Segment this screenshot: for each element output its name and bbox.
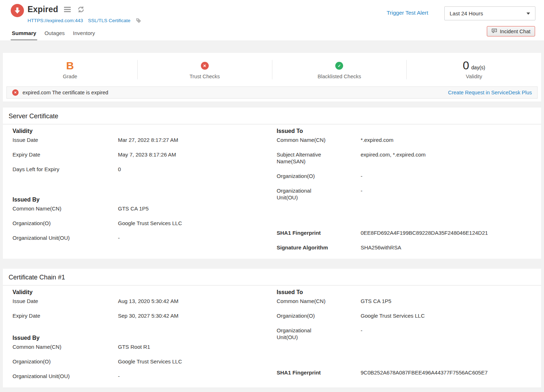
field-label: Organization(O) [13, 220, 118, 227]
field-value: - [361, 187, 362, 201]
tag-icon[interactable] [135, 18, 142, 24]
field-row: Common Name(CN) *.expired.com [277, 137, 534, 143]
issued-to-group: Issued To Common Name(CN) *.expired.com … [277, 127, 534, 201]
field-value: - [361, 173, 362, 179]
blacklisted-checks-label: Blacklisted Checks [272, 74, 407, 79]
field-row: Organizational Unit(OU) - [277, 327, 534, 341]
field-label: Days Left for Expiry [13, 166, 118, 173]
validity-group: Validity Issue Date Aug 13, 2020 5:30:42… [13, 288, 270, 319]
field-row: Organizational Unit(OU) - [277, 187, 534, 201]
field-label: Organization(O) [277, 173, 361, 179]
validity-unit: day(s) [471, 65, 485, 70]
field-value: - [118, 373, 120, 379]
issued-by-group: Issued By Common Name(CN) GTS Root R1 Or… [13, 334, 270, 379]
field-label: Subject Alternative Name(SAN) [277, 151, 361, 165]
field-row: Expiry Date Sep 30, 2027 5:30:42 AM [13, 312, 270, 319]
field-row: Days Left for Expiry 0 [13, 166, 270, 173]
monitor-type-link[interactable]: SSL/TLS Certificate [88, 18, 130, 23]
issued-by-group: Issued By Common Name(CN) GTS CA 1P5 Org… [13, 196, 270, 241]
chain-right-column: Issued To Common Name(CN) GTS CA 1P5 Org… [270, 288, 534, 387]
field-row: Signature Algorithm SHA256withRSA [277, 244, 534, 251]
validity-status: 0 day(s) Validity [407, 60, 541, 79]
issued-to-group: Issued To Common Name(CN) GTS CA 1P5 Org… [277, 288, 534, 341]
blacklisted-checks-status: ✓ Blacklisted Checks [272, 60, 407, 79]
field-label: Organization(O) [277, 312, 361, 319]
tab-summary[interactable]: Summary [11, 30, 37, 40]
server-cert-left-column: Validity Issue Date Mar 27, 2022 8:17:27… [13, 127, 270, 259]
header: Expired HTTPS://expired.com:443 SSL/TLS … [0, 0, 544, 40]
field-row: SHA1 Fingerprint 9C0B252A678A087FBEE496A… [277, 369, 534, 376]
field-value: 0 [118, 166, 121, 173]
tab-outages[interactable]: Outages [43, 30, 66, 40]
field-row: Issue Date Mar 27, 2022 8:17:27 AM [13, 137, 270, 143]
trust-checks-status: ✕ Trust Checks [138, 60, 272, 79]
monitor-detail-page: Expired HTTPS://expired.com:443 SSL/TLS … [0, 0, 544, 392]
field-label: Signature Algorithm [277, 244, 361, 251]
field-row: Organization(O) Google Trust Services LL… [13, 220, 270, 227]
incident-chat-label: Incident Chat [500, 29, 530, 34]
error-icon: ✕ [201, 62, 209, 70]
field-row: Organization(O) Google Trust Services LL… [13, 358, 270, 365]
validity-group: Validity Issue Date Mar 27, 2022 8:17:27… [13, 127, 270, 173]
caret-down-icon [526, 13, 530, 15]
tab-inventory[interactable]: Inventory [72, 30, 96, 40]
grade-label: Grade [3, 74, 137, 79]
field-row: Organization(O) Google Trust Services LL… [277, 312, 534, 319]
field-value: Google Trust Services LLC [118, 220, 182, 227]
field-label: Common Name(CN) [277, 137, 361, 143]
field-value: May 7, 2023 8:17:26 AM [118, 151, 176, 158]
status-summary-panel: B Grade ✕ Trust Checks ✓ Blacklisted Che… [3, 53, 541, 101]
field-value: Google Trust Services LLC [118, 358, 182, 365]
fingerprint-group: SHA1 Fingerprint 0EE8FD692A4F199BC89228D… [277, 229, 534, 251]
main-content: B Grade ✕ Trust Checks ✓ Blacklisted Che… [0, 53, 544, 387]
tabs: Summary Outages Inventory [11, 30, 96, 40]
create-request-link[interactable]: Create Request in ServiceDesk Plus [448, 90, 532, 95]
field-value: Aug 13, 2020 5:30:42 AM [118, 298, 178, 304]
trigger-test-alert-link[interactable]: Trigger Test Alert [387, 10, 428, 16]
field-value: 9C0B252A678A087FBEE496A44377F7556AC605E7 [361, 369, 488, 376]
field-row: Organization(O) - [277, 173, 534, 179]
group-heading: Issued To [277, 127, 534, 135]
alert-message: expired.com The certificate is expired [23, 90, 108, 95]
page-title: Expired [28, 5, 58, 14]
field-value: Mar 27, 2022 8:17:27 AM [118, 137, 178, 143]
field-label: Common Name(CN) [13, 343, 118, 350]
field-label: Organizational Unit(OU) [13, 234, 118, 241]
title-block: Expired HTTPS://expired.com:443 SSL/TLS … [28, 5, 142, 24]
field-label: Organizational Unit(OU) [13, 373, 118, 379]
chat-icon [491, 28, 497, 35]
group-heading: Validity [13, 288, 270, 296]
field-value: 0EE8FD692A4F199BC89228DA35F248046E124D21 [361, 229, 488, 236]
field-row: Issue Date Aug 13, 2020 5:30:42 AM [13, 298, 270, 304]
alert-bar: ✕ expired.com The certificate is expired… [6, 86, 538, 99]
validity-value: 0 [463, 60, 469, 71]
menu-icon[interactable] [63, 6, 71, 13]
field-label: Issue Date [13, 298, 118, 304]
field-value: GTS CA 1P5 [118, 205, 149, 212]
section-title: Server Certificate [3, 108, 541, 124]
group-heading: Issued By [13, 334, 270, 342]
field-row: Expiry Date May 7, 2023 8:17:26 AM [13, 151, 270, 158]
incident-chat-button[interactable]: Incident Chat [487, 26, 535, 36]
time-range-value: Last 24 Hours [450, 10, 483, 16]
time-range-select[interactable]: Last 24 Hours [444, 6, 535, 20]
chain-left-column: Validity Issue Date Aug 13, 2020 5:30:42… [13, 288, 270, 387]
field-label: Organizational Unit(OU) [277, 327, 361, 341]
field-value: expired.com, *.expired.com [361, 151, 426, 165]
field-row: Organizational Unit(OU) - [13, 373, 270, 379]
field-label: SHA1 Fingerprint [277, 229, 361, 236]
status-row: B Grade ✕ Trust Checks ✓ Blacklisted Che… [3, 53, 541, 84]
monitor-url-link[interactable]: HTTPS://expired.com:443 [28, 18, 83, 23]
field-label: Organization(O) [13, 358, 118, 365]
field-value: - [361, 327, 362, 341]
field-value: GTS CA 1P5 [361, 298, 391, 304]
section-title: Certificate Chain #1 [3, 269, 541, 286]
field-label: Expiry Date [13, 151, 118, 158]
field-value: Google Trust Services LLC [361, 312, 425, 319]
field-label: Common Name(CN) [277, 298, 361, 304]
grade-status: B Grade [3, 60, 138, 79]
field-label: Organizational Unit(OU) [277, 187, 361, 201]
success-icon: ✓ [335, 62, 343, 70]
field-label: SHA1 Fingerprint [277, 369, 361, 376]
refresh-icon[interactable] [77, 6, 85, 13]
